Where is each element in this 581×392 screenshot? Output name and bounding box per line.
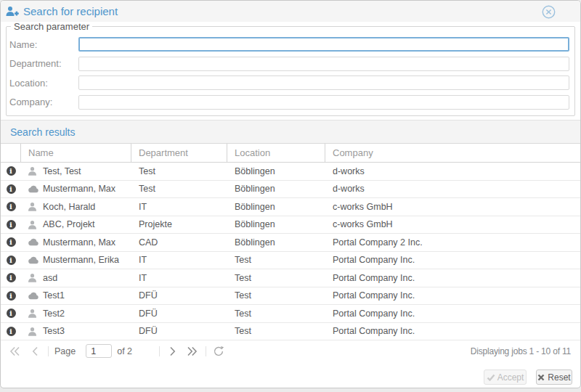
recipient-location: Test bbox=[227, 290, 325, 301]
table-row[interactable]: i Koch, Harald IT Böblingen c-work bbox=[1, 198, 580, 216]
department-field[interactable] bbox=[78, 57, 569, 71]
recipient-name: Test3 bbox=[43, 326, 65, 336]
recipient-location: Test bbox=[227, 309, 325, 319]
reset-button[interactable]: Reset bbox=[536, 369, 572, 385]
recipient-department: Projekte bbox=[131, 219, 227, 229]
search-parameter-fieldset: Search parameter Name: Department: Locat… bbox=[6, 21, 575, 116]
company-label: Company: bbox=[9, 97, 78, 107]
location-field[interactable] bbox=[78, 75, 569, 90]
recipient-location: Böblingen bbox=[227, 166, 325, 176]
info-icon[interactable]: i bbox=[7, 184, 16, 194]
table-row[interactable]: i asd IT Test Portal Company Inc. bbox=[1, 269, 580, 287]
recipient-location: Test bbox=[227, 273, 325, 283]
search-results-title: Search results bbox=[10, 126, 75, 138]
table-row[interactable]: i Mustermann, Max Test Böblingen d bbox=[1, 181, 580, 199]
person-icon bbox=[28, 166, 43, 176]
recipient-name: Mustermann, Max bbox=[43, 184, 115, 194]
cloud-icon bbox=[28, 185, 43, 193]
recipient-location: Böblingen bbox=[227, 184, 325, 194]
column-header-company[interactable]: Company bbox=[325, 144, 580, 162]
info-icon[interactable]: i bbox=[7, 327, 16, 336]
info-icon[interactable]: i bbox=[7, 237, 16, 247]
search-recipient-dialog: Search for recipient Search parameter Na… bbox=[0, 0, 581, 388]
table-row[interactable]: i ABC, Projekt Projekte Böblingen bbox=[1, 216, 580, 234]
recipient-name: Test, Test bbox=[43, 166, 81, 176]
dialog-titlebar: Search for recipient bbox=[1, 1, 580, 22]
person-icon bbox=[28, 273, 43, 282]
recipient-company: Portal Company Inc. bbox=[325, 290, 580, 301]
recipient-company: d-works bbox=[325, 166, 580, 176]
info-icon[interactable]: i bbox=[7, 220, 16, 229]
info-icon[interactable]: i bbox=[7, 309, 16, 318]
recipient-department: IT bbox=[131, 273, 227, 283]
recipient-name: Mustermann, Erika bbox=[43, 255, 119, 265]
person-icon bbox=[28, 220, 43, 229]
check-icon bbox=[487, 374, 495, 381]
recipient-company: Portal Company Inc. bbox=[325, 309, 580, 319]
name-field[interactable] bbox=[78, 37, 569, 52]
table-row[interactable]: i Mustermann, Max CAD Böblingen Po bbox=[1, 234, 580, 252]
column-header-department[interactable]: Department bbox=[131, 144, 227, 162]
add-user-icon bbox=[6, 6, 19, 17]
cloud-icon bbox=[28, 238, 43, 246]
search-results-header: Search results bbox=[1, 120, 580, 144]
column-header-name[interactable]: Name bbox=[21, 144, 131, 162]
person-icon bbox=[28, 202, 43, 211]
recipient-location: Test bbox=[227, 326, 325, 336]
info-icon[interactable]: i bbox=[7, 291, 16, 301]
recipient-department: IT bbox=[131, 202, 227, 212]
paging-toolbar: Page of 2 Displaying jobs 1 - 10 of 11 bbox=[1, 340, 580, 362]
accept-button[interactable]: Accept bbox=[484, 369, 527, 385]
recipient-company: c-works GmbH bbox=[325, 219, 580, 229]
next-page-button[interactable] bbox=[169, 346, 176, 356]
location-label: Location: bbox=[9, 78, 78, 89]
recipient-department: DFÜ bbox=[131, 309, 227, 319]
paging-separator bbox=[206, 346, 206, 356]
dialog-title: Search for recipient bbox=[23, 5, 118, 17]
recipient-department: DFÜ bbox=[131, 290, 227, 301]
table-row[interactable]: i Test1 DFÜ Test Portal Company In bbox=[1, 287, 580, 306]
recipient-department: Test bbox=[131, 184, 227, 194]
cloud-icon bbox=[28, 292, 43, 300]
recipient-company: Portal Company Inc. bbox=[325, 255, 580, 265]
recipient-company: Portal Company Inc. bbox=[325, 273, 580, 283]
table-row[interactable]: i Test2 DFÜ Test Portal Company In bbox=[1, 305, 580, 323]
recipient-location: Böblingen bbox=[227, 219, 325, 229]
recipient-company: c-works GmbH bbox=[325, 202, 580, 212]
info-icon[interactable]: i bbox=[7, 256, 16, 265]
recipient-company: Portal Company 2 Inc. bbox=[325, 237, 580, 248]
recipient-department: DFÜ bbox=[131, 326, 227, 336]
first-page-button[interactable] bbox=[9, 346, 20, 356]
recipient-company: Portal Company Inc. bbox=[325, 326, 580, 336]
recipient-name: ABC, Projekt bbox=[43, 219, 95, 229]
company-field[interactable] bbox=[78, 95, 569, 110]
column-header-location[interactable]: Location bbox=[227, 144, 325, 162]
page-number-input[interactable] bbox=[86, 344, 112, 358]
search-parameter-legend: Search parameter bbox=[11, 21, 92, 32]
column-header-info bbox=[1, 144, 21, 162]
refresh-icon[interactable] bbox=[213, 346, 224, 357]
recipient-name: asd bbox=[43, 273, 57, 283]
info-icon[interactable]: i bbox=[7, 273, 16, 282]
close-icon[interactable] bbox=[542, 5, 556, 19]
info-icon[interactable]: i bbox=[7, 202, 16, 211]
paging-separator bbox=[48, 346, 49, 356]
recipient-name: Koch, Harald bbox=[43, 202, 95, 212]
person-icon bbox=[28, 309, 43, 318]
table-row[interactable]: i Test, Test Test Böblingen d-work bbox=[1, 163, 580, 181]
cloud-icon bbox=[28, 256, 43, 264]
recipient-name: Mustermann, Max bbox=[43, 237, 115, 248]
recipient-location: Böblingen bbox=[227, 202, 325, 212]
recipient-department: Test bbox=[131, 166, 227, 176]
recipient-location: Böblingen bbox=[227, 237, 325, 248]
prev-page-button[interactable] bbox=[32, 346, 38, 356]
info-icon[interactable]: i bbox=[7, 166, 16, 176]
last-page-button[interactable] bbox=[187, 346, 198, 356]
page-label: Page bbox=[54, 346, 76, 356]
recipient-name: Test2 bbox=[43, 309, 65, 319]
recipient-name: Test1 bbox=[43, 290, 65, 301]
recipient-company: d-works bbox=[325, 184, 580, 194]
name-label: Name: bbox=[9, 39, 78, 50]
table-row[interactable]: i Mustermann, Erika IT Test Portal bbox=[1, 252, 580, 270]
table-row[interactable]: i Test3 DFÜ Test Portal Company In bbox=[1, 323, 580, 341]
